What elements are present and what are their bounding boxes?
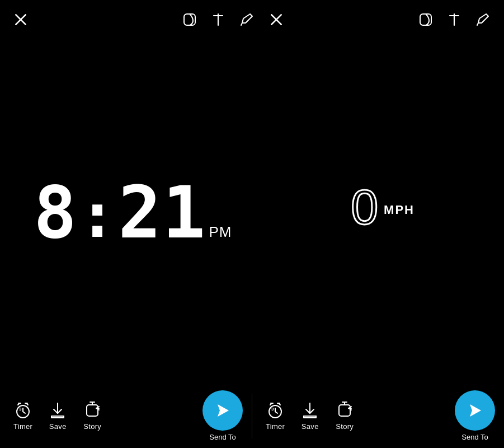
- close-secondary-button[interactable]: [267, 10, 286, 29]
- right-toolbar: [416, 10, 493, 30]
- svg-rect-8: [420, 14, 431, 25]
- timer-button-left[interactable]: 3 Timer: [6, 398, 40, 434]
- clock-minute-tens: 2: [118, 177, 161, 249]
- story-icon-right: [335, 401, 354, 420]
- bottom-bar: 3 Timer Save: [0, 384, 504, 448]
- svg-marker-19: [218, 404, 229, 417]
- send-to-button-left[interactable]: [202, 390, 243, 431]
- save-button-left[interactable]: Save: [40, 398, 75, 434]
- timer-icon-left: 3: [13, 401, 32, 420]
- timer-label-right: Timer: [266, 422, 285, 431]
- send-to-label-left: Send To: [209, 433, 235, 441]
- svg-text:3: 3: [271, 407, 274, 412]
- svg-line-5: [241, 23, 242, 25]
- svg-marker-27: [470, 404, 481, 417]
- save-button-right[interactable]: Save: [293, 398, 327, 434]
- story-label-left: Story: [83, 422, 101, 431]
- clock-hour: 8: [34, 177, 77, 249]
- story-button-right[interactable]: Story: [327, 398, 362, 434]
- speed-unit: MPH: [384, 203, 414, 217]
- svg-line-11: [477, 23, 478, 25]
- pencil-button-right[interactable]: [473, 10, 493, 30]
- save-label-right: Save: [302, 422, 319, 431]
- svg-text:3: 3: [19, 407, 22, 412]
- timer-label-left: Timer: [13, 422, 32, 431]
- top-toolbar: [0, 0, 504, 39]
- sticker-button-right[interactable]: [416, 10, 436, 30]
- svg-rect-24: [339, 405, 350, 416]
- story-label-right: Story: [336, 422, 354, 431]
- text-button-left[interactable]: [210, 10, 227, 30]
- save-icon-right: [300, 401, 319, 420]
- main-content: 8 : 2 1 PM 0 MPH: [0, 45, 504, 381]
- send-to-section-right: Send To: [446, 390, 504, 441]
- send-to-button-right[interactable]: [455, 390, 495, 431]
- svg-rect-16: [87, 405, 98, 416]
- sticker-button-left[interactable]: [180, 10, 200, 30]
- save-icon-left: [48, 401, 67, 420]
- story-button-left[interactable]: Story: [75, 398, 110, 434]
- close-button[interactable]: [11, 10, 30, 29]
- save-label-left: Save: [49, 422, 67, 431]
- send-to-section-left: Send To: [194, 390, 252, 441]
- bottom-bar-left: 3 Timer Save: [0, 398, 194, 434]
- clock-widget[interactable]: 8 : 2 1 PM: [34, 177, 232, 249]
- timer-button-right[interactable]: 3 Timer: [258, 398, 293, 434]
- clock-minute-ones: 1: [162, 177, 205, 249]
- center-toolbar: [180, 10, 286, 30]
- pencil-button-left[interactable]: [237, 10, 257, 30]
- svg-rect-2: [184, 14, 195, 25]
- clock-colon: :: [79, 185, 116, 249]
- send-to-label-right: Send To: [461, 433, 488, 441]
- clock-ampm: PM: [209, 223, 232, 241]
- story-icon-left: [83, 401, 102, 420]
- clock-display: 8 : 2 1 PM: [34, 177, 232, 249]
- bottom-bar-right: 3 Timer Save: [252, 398, 446, 434]
- timer-icon-right: 3: [266, 401, 285, 420]
- speed-value: 0: [351, 179, 378, 236]
- text-button-right[interactable]: [446, 10, 463, 30]
- speed-widget[interactable]: 0 MPH: [351, 179, 414, 236]
